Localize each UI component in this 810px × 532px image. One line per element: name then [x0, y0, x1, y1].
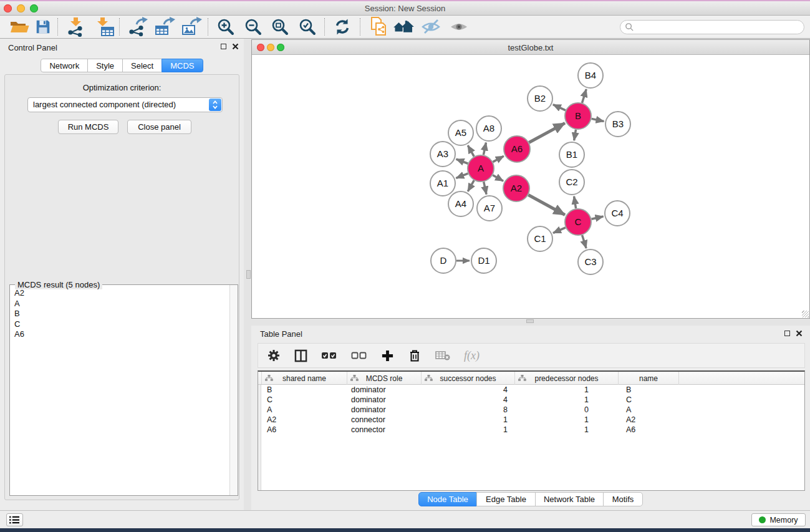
close-panel-icon[interactable] — [232, 43, 239, 50]
criterion-dropdown[interactable]: largest connected component (directed) — [27, 97, 223, 112]
task-history-button[interactable] — [6, 513, 23, 526]
horizontal-split-grip[interactable] — [526, 319, 534, 323]
show-graphics-details-icon[interactable] — [447, 16, 471, 37]
cell-shared-name[interactable]: A6 — [262, 425, 347, 435]
cell-MCDS-role[interactable]: dominator — [347, 395, 422, 405]
graph-node-C4[interactable]: C4 — [605, 201, 630, 226]
graph-node-B3[interactable]: B3 — [605, 112, 630, 137]
column-header-name[interactable]: name — [619, 372, 679, 385]
table-row[interactable]: Adominator80A — [258, 405, 804, 415]
result-item[interactable]: A2 — [10, 288, 229, 299]
graph-node-B[interactable]: B — [565, 103, 591, 129]
export-image-icon[interactable] — [180, 16, 203, 37]
result-item[interactable]: A — [10, 299, 229, 309]
zoom-in-icon[interactable] — [214, 16, 238, 37]
cell-shared-name[interactable]: B — [262, 385, 347, 395]
result-item[interactable]: C — [10, 319, 229, 330]
graph-node-A7[interactable]: A7 — [477, 196, 502, 221]
zoom-selected-icon[interactable] — [296, 16, 319, 37]
column-header-shared-name[interactable]: shared name — [262, 372, 347, 385]
resize-grip-icon[interactable] — [802, 311, 809, 317]
add-column-icon[interactable] — [381, 347, 394, 364]
tab-network[interactable]: Network — [41, 59, 88, 72]
settings-gear-icon[interactable] — [267, 347, 281, 364]
edge-B-B1[interactable] — [574, 130, 576, 141]
tab-motifs[interactable]: Motifs — [603, 492, 643, 506]
result-item[interactable]: A6 — [10, 329, 229, 340]
cell-successor-nodes[interactable]: 4 — [422, 385, 515, 395]
tab-select[interactable]: Select — [122, 59, 162, 72]
graph-node-A2[interactable]: A2 — [503, 175, 529, 201]
edge-C-C3[interactable] — [582, 235, 587, 248]
close-table-panel-icon[interactable] — [796, 330, 803, 337]
edge-A-A8[interactable] — [483, 143, 486, 155]
export-network-icon[interactable] — [126, 16, 150, 37]
cell-MCDS-role[interactable]: dominator — [347, 405, 422, 415]
hide-graphics-details-icon[interactable] — [419, 16, 443, 37]
graph-node-C[interactable]: C — [565, 209, 591, 235]
delete-table-icon[interactable] — [435, 347, 450, 364]
table-row[interactable]: Bdominator41B — [258, 385, 804, 395]
function-builder-icon[interactable]: f(x) — [464, 347, 480, 364]
home-icon[interactable] — [392, 16, 415, 37]
graph-node-A5[interactable]: A5 — [448, 120, 473, 145]
run-mcds-button[interactable]: Run MCDS — [58, 120, 118, 134]
edge-C-C4[interactable] — [591, 216, 603, 219]
cell-name[interactable]: B — [619, 385, 679, 395]
graph-node-C3[interactable]: C3 — [578, 249, 603, 274]
network-graph-canvas[interactable]: AA2A6BCA1A3A4A5A7A8B1B2B3B4C1C2C3C4DD1 — [252, 56, 809, 318]
result-item[interactable]: B — [10, 309, 229, 319]
edge-A-A2[interactable] — [493, 175, 503, 181]
table-row[interactable]: A6connector11A6 — [258, 425, 804, 435]
cell-predecessor-nodes[interactable]: 1 — [515, 395, 619, 405]
cell-predecessor-nodes[interactable]: 0 — [515, 405, 619, 415]
cell-predecessor-nodes[interactable]: 1 — [515, 385, 619, 395]
tab-style[interactable]: Style — [87, 59, 123, 72]
memory-button[interactable]: Memory — [751, 513, 806, 526]
edge-A-A4[interactable] — [468, 180, 474, 191]
graph-node-D1[interactable]: D1 — [471, 248, 496, 273]
refresh-layout-icon[interactable] — [330, 16, 354, 37]
graph-node-A[interactable]: A — [468, 155, 494, 181]
result-scrollbar[interactable] — [229, 285, 238, 495]
graph-node-B4[interactable]: B4 — [578, 63, 603, 88]
edge-A-A1[interactable] — [456, 173, 468, 178]
search-field[interactable] — [620, 20, 804, 34]
cell-MCDS-role[interactable]: connector — [347, 425, 422, 435]
cell-successor-nodes[interactable]: 8 — [422, 405, 515, 415]
import-network-icon[interactable] — [64, 16, 88, 37]
zoom-fit-icon[interactable] — [268, 16, 292, 37]
tab-mcds[interactable]: MCDS — [162, 59, 203, 72]
tab-network-table[interactable]: Network Table — [535, 492, 604, 506]
export-table-icon[interactable] — [153, 16, 176, 37]
graph-node-C1[interactable]: C1 — [528, 226, 552, 251]
graph-node-D[interactable]: D — [431, 248, 456, 273]
edge-B-B2[interactable] — [553, 105, 566, 110]
graph-node-A3[interactable]: A3 — [430, 142, 455, 167]
float-table-panel-icon[interactable] — [784, 331, 790, 336]
cell-MCDS-role[interactable]: dominator — [347, 385, 422, 395]
toggle-column-view-icon[interactable] — [294, 347, 307, 364]
vertical-split-grip[interactable] — [246, 270, 251, 279]
edge-A-A5[interactable] — [468, 145, 474, 157]
deselect-all-columns-icon[interactable] — [351, 347, 367, 364]
edge-A-A6[interactable] — [493, 156, 503, 162]
cell-successor-nodes[interactable]: 1 — [422, 425, 515, 435]
graph-node-B2[interactable]: B2 — [528, 86, 552, 111]
delete-column-icon[interactable] — [408, 347, 422, 364]
graph-node-A1[interactable]: A1 — [430, 171, 455, 196]
tab-node-table[interactable]: Node Table — [418, 492, 477, 506]
float-panel-icon[interactable] — [221, 44, 226, 49]
cell-name[interactable]: C — [619, 395, 679, 405]
cell-successor-nodes[interactable]: 4 — [422, 395, 515, 405]
table-row[interactable]: A2connector11A2 — [258, 415, 804, 425]
cell-shared-name[interactable]: C — [262, 395, 347, 405]
edge-A-A7[interactable] — [484, 181, 486, 194]
graph-node-A8[interactable]: A8 — [476, 116, 501, 141]
edge-C-C2[interactable] — [574, 196, 576, 209]
close-panel-button[interactable]: Close panel — [127, 120, 191, 134]
table-row[interactable]: Cdominator41C — [258, 395, 804, 405]
cell-shared-name[interactable]: A — [262, 405, 347, 415]
cell-MCDS-role[interactable]: connector — [347, 415, 422, 425]
zoom-out-icon[interactable] — [241, 16, 265, 37]
